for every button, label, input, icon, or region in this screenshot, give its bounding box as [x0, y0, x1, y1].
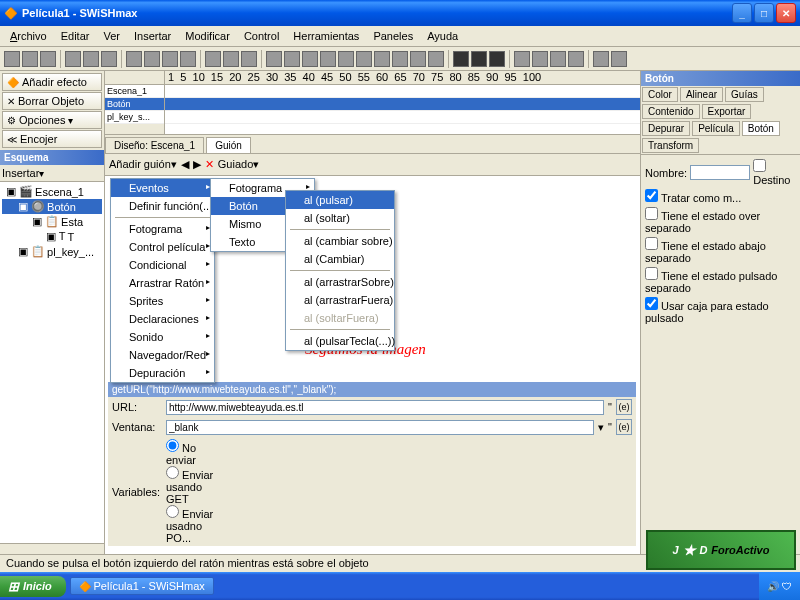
guiado-dropdown[interactable]: Guiado▾ [218, 158, 259, 171]
cut-icon[interactable] [65, 51, 81, 67]
url-input[interactable] [166, 400, 604, 415]
tab-boton[interactable]: Botón [742, 121, 780, 136]
tool-icon[interactable] [320, 51, 336, 67]
prev-icon[interactable] [532, 51, 548, 67]
system-tray[interactable]: 🔊 🛡 [759, 572, 800, 600]
tool-icon[interactable] [356, 51, 372, 67]
timeline-row[interactable]: Escena_1 [105, 85, 164, 98]
pulsado-checkbox[interactable]: Tiene el estado pulsado separado [645, 267, 796, 294]
new-icon[interactable] [4, 51, 20, 67]
maximize-button[interactable]: □ [754, 3, 774, 23]
tool-icon[interactable] [223, 51, 239, 67]
save-icon[interactable] [40, 51, 56, 67]
tree-item-escena[interactable]: ▣ 🎬 Escena_1 [2, 184, 102, 199]
menu-fotograma[interactable]: Fotograma [111, 220, 214, 238]
menu-al-pulsar[interactable]: al (pulsar) [286, 191, 394, 209]
timeline-ruler[interactable]: 1 5 10 15 20 25 30 35 40 45 50 55 60 65 … [165, 71, 640, 85]
menu-al-arrastrar-fuera[interactable]: al (arrastrarFuera) [286, 291, 394, 309]
tab-guion[interactable]: Guión [206, 137, 251, 153]
tool-icon[interactable] [162, 51, 178, 67]
timeline-row[interactable]: Botón [105, 98, 164, 111]
ffwd-icon[interactable] [568, 51, 584, 67]
dropdown-icon[interactable]: ▾ [598, 421, 604, 434]
timeline-track[interactable] [165, 98, 640, 111]
tab-guias[interactable]: Guías [725, 87, 764, 102]
tree-item-plkey[interactable]: ▣ 📋 pl_key_... [2, 244, 102, 259]
tool-icon[interactable] [338, 51, 354, 67]
tab-color[interactable]: Color [642, 87, 678, 102]
tool-icon[interactable] [410, 51, 426, 67]
tab-diseno[interactable]: Diseño: Escena_1 [105, 137, 204, 153]
menu-al-arrastrar-sobre[interactable]: al (arrastrarSobre) [286, 273, 394, 291]
menu-eventos[interactable]: Eventos [111, 179, 214, 197]
nombre-input[interactable] [690, 165, 750, 180]
tool-icon[interactable] [428, 51, 444, 67]
open-icon[interactable] [22, 51, 38, 67]
tool-icon[interactable] [374, 51, 390, 67]
menu-modificar[interactable]: Modificar [179, 28, 236, 44]
borrar-objeto-button[interactable]: ✕Borrar Objeto [2, 92, 102, 110]
abajo-checkbox[interactable]: Tiene el estado abajo separado [645, 237, 796, 264]
taskbar-item[interactable]: 🔶 Película1 - SWiSHmax [70, 577, 214, 595]
delete-icon[interactable]: ✕ [205, 158, 214, 171]
tool-icon[interactable] [611, 51, 627, 67]
nav-prev-icon[interactable]: ◀ [181, 158, 189, 171]
copy-icon[interactable] [83, 51, 99, 67]
destino-checkbox[interactable]: Destino [753, 159, 796, 186]
rewind-icon[interactable] [514, 51, 530, 67]
expr-button[interactable]: (e) [616, 399, 632, 415]
outline-tree[interactable]: ▣ 🎬 Escena_1 ▣ 🔘 Botón ▣ 📋 Esta ▣ T T ▣ … [0, 182, 104, 543]
menu-editar[interactable]: Editar [55, 28, 96, 44]
tree-item-boton[interactable]: ▣ 🔘 Botón [2, 199, 102, 214]
opciones-button[interactable]: ⚙Opciones ▾ [2, 111, 102, 129]
tratar-checkbox[interactable]: Tratar como m... [645, 189, 741, 204]
menu-al-soltar[interactable]: al (soltar) [286, 209, 394, 227]
menu-declaraciones[interactable]: Declaraciones [111, 310, 214, 328]
tool-icon[interactable] [266, 51, 282, 67]
tab-contenido[interactable]: Contenido [642, 104, 700, 119]
menu-definir-funcion[interactable]: Definir función(...) [111, 197, 214, 215]
usar-caja-checkbox[interactable]: Usar caja para estado pulsado [645, 297, 796, 324]
anadir-guion-dropdown[interactable]: Añadir guión▾ [109, 158, 177, 171]
tab-exportar[interactable]: Exportar [702, 104, 752, 119]
menu-control-pelicula[interactable]: Control película [111, 238, 214, 256]
radio-no-enviar[interactable]: No enviar [166, 439, 216, 466]
anadir-efecto-button[interactable]: 🔶Añadir efecto [2, 73, 102, 91]
ventana-input[interactable] [166, 420, 594, 435]
next-icon[interactable] [550, 51, 566, 67]
menu-al-pulsar-tecla[interactable]: al (pulsarTecla(...)) [286, 332, 394, 350]
radio-po[interactable]: Enviar usadno PO... [166, 505, 216, 544]
radio-get[interactable]: Enviar usando GET [166, 466, 216, 505]
timeline-row[interactable]: pl_key_s... [105, 111, 164, 124]
menu-control[interactable]: Control [238, 28, 285, 44]
paste-icon[interactable] [101, 51, 117, 67]
tool-icon[interactable] [593, 51, 609, 67]
tab-pelicula[interactable]: Película [692, 121, 740, 136]
menu-sonido[interactable]: Sonido [111, 328, 214, 346]
encojer-button[interactable]: ≪Encojer [2, 130, 102, 148]
minimize-button[interactable]: _ [732, 3, 752, 23]
tool-icon[interactable] [284, 51, 300, 67]
expr-button[interactable]: (e) [616, 419, 632, 435]
tool-icon[interactable] [180, 51, 196, 67]
menu-arrastrar-raton[interactable]: Arrastrar Ratón [111, 274, 214, 292]
close-button[interactable]: ✕ [776, 3, 796, 23]
menu-depuracion[interactable]: Depuración [111, 364, 214, 382]
tool-icon[interactable] [205, 51, 221, 67]
insertar-dropdown[interactable]: Insertar [2, 167, 39, 179]
menu-navegador-red[interactable]: Navegador/Red [111, 346, 214, 364]
tool-icon[interactable] [392, 51, 408, 67]
tree-item-t[interactable]: ▣ T T [2, 229, 102, 244]
tab-transform[interactable]: Transform [642, 138, 699, 153]
menu-ayuda[interactable]: Ayuda [421, 28, 464, 44]
nav-next-icon[interactable]: ▶ [193, 158, 201, 171]
tool-icon[interactable] [126, 51, 142, 67]
menu-condicional[interactable]: Condicional [111, 256, 214, 274]
timeline-track[interactable] [165, 111, 640, 124]
menu-archivo[interactable]: AArchivorchivo [4, 28, 53, 44]
menu-paneles[interactable]: Paneles [367, 28, 419, 44]
menu-al-cambiar-sobre[interactable]: al (cambiar sobre) [286, 232, 394, 250]
menu-herramientas[interactable]: Herramientas [287, 28, 365, 44]
over-checkbox[interactable]: Tiene el estado over separado [645, 207, 796, 234]
menu-insertar[interactable]: Insertar [128, 28, 177, 44]
